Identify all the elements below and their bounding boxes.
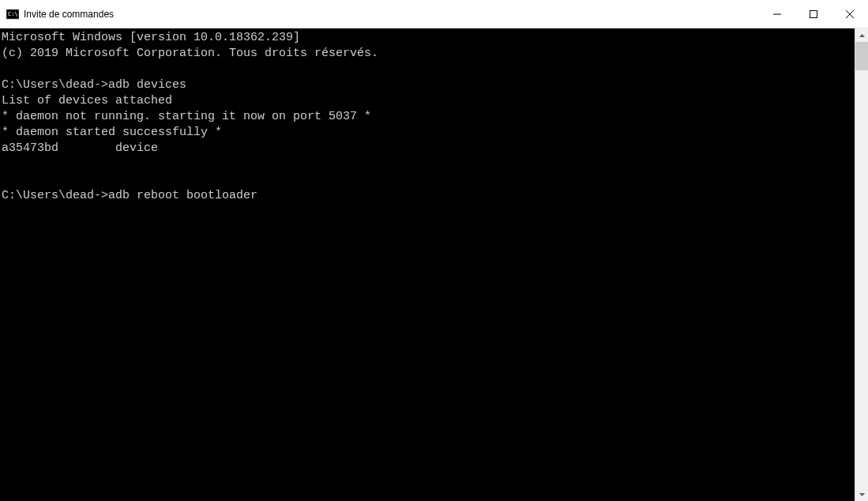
terminal-output[interactable]: Microsoft Windows [version 10.0.18362.23…: [0, 28, 855, 501]
minimize-button[interactable]: [759, 0, 795, 28]
chevron-up-icon: [859, 34, 865, 37]
scroll-up-arrow[interactable]: [855, 28, 868, 42]
cmd-icon: C:\: [6, 8, 19, 21]
svg-text:C:\: C:\: [8, 11, 18, 17]
svg-marker-6: [859, 34, 865, 37]
window-titlebar: C:\ Invite de commandes: [0, 0, 868, 28]
maximize-button[interactable]: [795, 0, 832, 28]
scroll-track[interactable]: [855, 42, 868, 488]
minimize-icon: [773, 10, 781, 18]
close-icon: [846, 10, 854, 18]
svg-rect-3: [810, 10, 817, 17]
scroll-thumb[interactable]: [855, 42, 868, 70]
close-button[interactable]: [832, 0, 868, 28]
scroll-down-arrow[interactable]: [855, 488, 868, 501]
svg-marker-7: [859, 493, 865, 496]
content-area: Microsoft Windows [version 10.0.18362.23…: [0, 28, 868, 501]
chevron-down-icon: [859, 493, 865, 496]
window-title: Invite de commandes: [24, 9, 759, 20]
window-controls: [759, 0, 868, 28]
vertical-scrollbar[interactable]: [855, 28, 868, 501]
maximize-icon: [810, 10, 817, 18]
